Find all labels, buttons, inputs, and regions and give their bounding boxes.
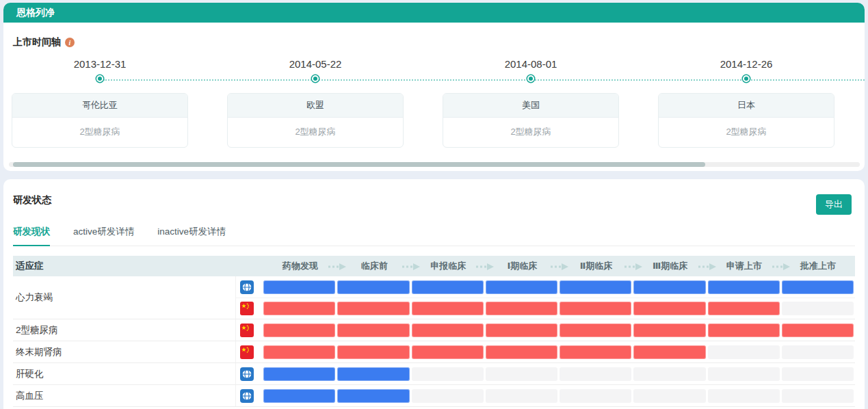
phase-segment[interactable] xyxy=(337,280,409,294)
phase-segment[interactable] xyxy=(782,302,854,315)
phase-track-china xyxy=(236,298,855,319)
scrollbar-thumb[interactable] xyxy=(13,162,705,167)
phase-segment[interactable] xyxy=(486,324,557,337)
timeline-date: 2014-12-26 xyxy=(658,57,834,71)
phase-header-label: 临床前 xyxy=(361,260,388,272)
phase-segment[interactable] xyxy=(708,324,780,337)
phase-segment[interactable] xyxy=(560,389,631,403)
phase-segment[interactable] xyxy=(782,324,854,337)
phase-header-8: 批准上市 xyxy=(781,256,855,276)
tab-active-detail[interactable]: active研发详情 xyxy=(73,226,134,246)
phase-segment[interactable] xyxy=(486,345,557,359)
phase-segment[interactable] xyxy=(412,367,484,381)
phase-segment[interactable] xyxy=(337,302,409,315)
phase-segment[interactable] xyxy=(337,367,409,381)
phase-segment[interactable] xyxy=(560,302,631,315)
china-flag-icon xyxy=(240,345,263,359)
phase-segment[interactable] xyxy=(633,302,705,315)
timeline-title-text: 上市时间轴 xyxy=(13,36,61,49)
globe-icon xyxy=(240,367,263,381)
table-header-row: 适应症 药物发现临床前申报临床Ⅰ期临床Ⅱ期临床Ⅲ期临床申请上市批准上市 xyxy=(13,256,855,276)
phase-segment[interactable] xyxy=(782,367,854,381)
phase-segment[interactable] xyxy=(782,345,854,359)
phase-headers: 药物发现临床前申报临床Ⅰ期临床Ⅱ期临床Ⅲ期临床申请上市批准上市 xyxy=(263,256,855,276)
region-name: 日本 xyxy=(659,94,834,118)
phase-segment[interactable] xyxy=(337,324,409,337)
phase-segment[interactable] xyxy=(633,324,705,337)
phase-segment[interactable] xyxy=(708,367,780,381)
region-indication: 2型糖尿病 xyxy=(228,118,403,147)
phase-segment[interactable] xyxy=(633,345,705,359)
timeline-dot-icon xyxy=(96,75,103,82)
phase-header-label: Ⅲ期临床 xyxy=(653,260,687,272)
timeline-region-card: 日本 2型糖尿病 xyxy=(658,93,834,148)
phase-segment[interactable] xyxy=(412,389,484,403)
phase-segment[interactable] xyxy=(708,345,780,359)
china-flag-icon xyxy=(240,324,263,337)
phase-segment[interactable] xyxy=(560,280,631,294)
phase-segment[interactable] xyxy=(560,367,631,381)
export-button[interactable]: 导出 xyxy=(816,194,852,215)
phase-header-label: Ⅰ期临床 xyxy=(508,260,538,272)
phase-segment[interactable] xyxy=(708,302,780,315)
phase-arrow-icon xyxy=(624,263,643,270)
table-row: 2型糖尿病 xyxy=(13,319,855,341)
phase-segment[interactable] xyxy=(486,367,557,381)
phase-segment[interactable] xyxy=(560,324,631,337)
phase-segment[interactable] xyxy=(782,389,854,403)
table-row: 肝硬化 xyxy=(13,363,855,385)
phase-segment[interactable] xyxy=(263,345,335,359)
indication-label: 2型糖尿病 xyxy=(13,319,236,341)
info-icon[interactable]: i xyxy=(65,38,75,47)
tab-rd-overview[interactable]: 研发现状 xyxy=(13,226,50,246)
table-body: 心力衰竭2型糖尿病终末期肾病肝硬化高血压 xyxy=(13,276,855,407)
tab-inactive-detail[interactable]: inactive研发详情 xyxy=(157,226,226,246)
phase-segment[interactable] xyxy=(412,345,484,359)
phase-segment[interactable] xyxy=(263,389,335,403)
timeline-section-title: 上市时间轴 i xyxy=(13,36,865,49)
region-name: 欧盟 xyxy=(228,94,403,118)
phase-segment[interactable] xyxy=(263,302,335,315)
phase-segment[interactable] xyxy=(412,302,484,315)
timeline-event: 2014-05-22 欧盟 2型糖尿病 xyxy=(227,57,404,148)
horizontal-scrollbar[interactable] xyxy=(9,162,860,167)
phase-segment[interactable] xyxy=(486,280,557,294)
phase-arrow-icon xyxy=(328,263,347,270)
phase-segment[interactable] xyxy=(633,367,705,381)
table-row: 高血压 xyxy=(13,385,855,407)
phase-segment[interactable] xyxy=(560,345,631,359)
phase-segment[interactable] xyxy=(412,324,484,337)
rd-section-title: 研发状态 xyxy=(13,194,51,207)
phase-segment[interactable] xyxy=(263,367,335,381)
phase-segment[interactable] xyxy=(337,389,409,403)
phase-tracks xyxy=(236,341,855,362)
phase-segment[interactable] xyxy=(412,280,484,294)
phase-segment[interactable] xyxy=(708,280,780,294)
phase-segment[interactable] xyxy=(782,280,854,294)
region-indication: 2型糖尿病 xyxy=(443,118,618,147)
table-row: 心力衰竭 xyxy=(13,276,855,319)
phase-segment[interactable] xyxy=(263,324,335,337)
phase-header-2: 临床前 xyxy=(337,256,411,276)
phase-arrow-icon xyxy=(402,263,421,270)
region-name: 哥伦比亚 xyxy=(12,94,187,118)
rd-tabs: 研发现状 active研发详情 inactive研发详情 xyxy=(13,215,855,246)
region-indication: 2型糖尿病 xyxy=(659,118,834,147)
phase-track-global xyxy=(236,276,855,298)
phase-segment[interactable] xyxy=(486,389,557,403)
timeline-event: 2014-08-01 美国 2型糖尿病 xyxy=(443,57,619,148)
phase-header-7: 申请上市 xyxy=(707,256,781,276)
phase-segment[interactable] xyxy=(337,345,409,359)
phase-arrow-icon xyxy=(550,263,569,270)
phase-segment[interactable] xyxy=(486,302,557,315)
indication-label: 高血压 xyxy=(13,385,236,406)
phase-arrow-icon xyxy=(698,263,717,270)
phase-segment[interactable] xyxy=(633,389,705,403)
phase-segment[interactable] xyxy=(633,280,705,294)
phase-segment[interactable] xyxy=(263,280,335,294)
timeline-region-card: 欧盟 2型糖尿病 xyxy=(227,93,404,148)
timeline-date: 2014-08-01 xyxy=(443,57,619,71)
phase-header-label: 药物发现 xyxy=(282,260,318,272)
phase-segment[interactable] xyxy=(708,389,780,403)
phase-tracks xyxy=(236,319,855,341)
